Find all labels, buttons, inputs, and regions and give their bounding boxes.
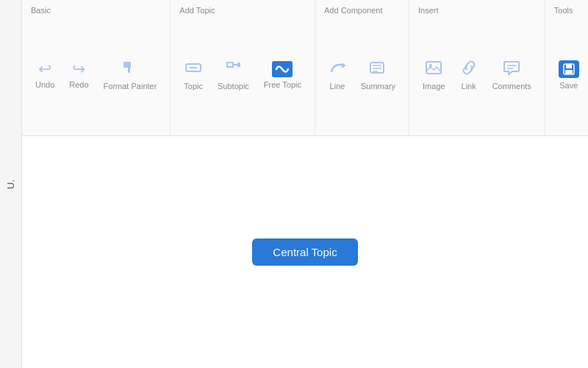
link-button[interactable]: Link (454, 55, 484, 95)
format-painter-label: Format Painter (104, 82, 157, 91)
svg-rect-16 (565, 70, 573, 74)
group-label-basic: Basic (29, 6, 51, 15)
save-label: Save (559, 81, 578, 90)
subtopic-button[interactable]: Subtopic (212, 55, 255, 95)
format-painter-icon (122, 60, 138, 79)
link-label: Link (462, 82, 476, 91)
topic-button[interactable]: Topic (178, 55, 209, 95)
comments-button[interactable]: Comments (487, 55, 537, 95)
format-painter-button[interactable]: Format Painter (98, 56, 163, 95)
line-button[interactable]: Line (323, 55, 352, 95)
toolbar-group-add-topic: Add Topic Topic (171, 0, 315, 135)
insert-items: Image Link (417, 19, 537, 131)
subtopic-icon (224, 60, 242, 79)
toolbar-group-tools: Tools Save Fold (545, 0, 588, 135)
tools-items: Save Fold (553, 19, 588, 131)
free-topic-button[interactable]: Free Topic (258, 57, 307, 93)
redo-label: Redo (69, 80, 88, 89)
summary-button[interactable]: Summary (355, 55, 401, 95)
comments-icon (503, 60, 520, 79)
free-topic-icon (272, 61, 293, 77)
summary-icon (369, 60, 388, 79)
topic-icon (184, 60, 202, 79)
image-icon (425, 60, 442, 79)
toolbar-group-add-component: Add Component Line (315, 0, 409, 135)
image-button[interactable]: Image (417, 55, 451, 95)
summary-label: Summary (361, 82, 395, 91)
free-topic-label: Free Topic (264, 80, 301, 89)
link-icon (460, 60, 478, 79)
redo-icon: ↪ (72, 61, 85, 77)
save-button[interactable]: Save (553, 56, 585, 94)
basic-items: ↩ Undo ↪ Redo Format Painter (29, 19, 162, 131)
undo-icon: ↩ (38, 61, 51, 77)
redo-button[interactable]: ↪ Redo (63, 57, 94, 93)
svg-rect-5 (237, 63, 240, 67)
line-label: Line (330, 82, 345, 91)
svg-rect-1 (128, 66, 130, 73)
comments-label: Comments (492, 82, 531, 91)
sidebar: U. (0, 0, 22, 368)
canvas: Central Topic (22, 136, 588, 368)
group-label-add-component: Add Component (323, 6, 383, 15)
add-topic-items: Topic Subtopic Free Topi (178, 19, 307, 131)
group-label-tools: Tools (553, 6, 573, 15)
svg-rect-10 (426, 62, 441, 74)
toolbar-group-insert: Insert Image (409, 0, 545, 135)
line-icon (329, 60, 346, 79)
image-label: Image (423, 82, 445, 91)
toolbar-group-basic: Basic ↩ Undo ↪ Redo Format Painter (22, 0, 171, 135)
add-component-items: Line Summary (323, 19, 401, 131)
topic-label: Topic (184, 82, 203, 91)
subtopic-label: Subtopic (218, 82, 249, 91)
sidebar-label: U. (5, 180, 16, 189)
group-label-insert: Insert (417, 6, 439, 15)
undo-button[interactable]: ↩ Undo (29, 57, 60, 93)
toolbar: Basic ↩ Undo ↪ Redo Format Painter (22, 0, 588, 136)
save-icon (559, 60, 579, 78)
group-label-add-topic: Add Topic (178, 6, 215, 15)
undo-label: Undo (35, 80, 54, 89)
svg-rect-15 (566, 64, 572, 68)
central-topic-button[interactable]: Central Topic (252, 238, 357, 266)
